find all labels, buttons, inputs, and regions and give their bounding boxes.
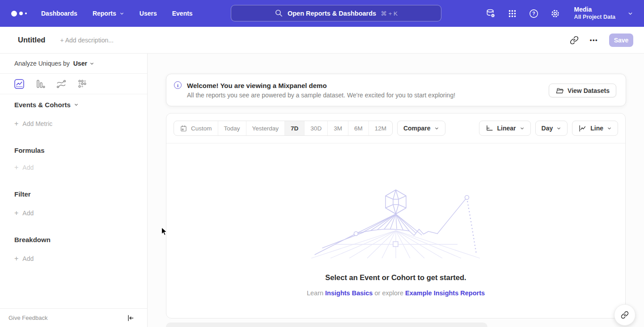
report-title[interactable]: Untitled (18, 36, 45, 44)
interval-dropdown[interactable]: Day (535, 121, 568, 136)
help-glyph: ? (532, 11, 535, 16)
tab-flow-chart[interactable] (56, 79, 66, 89)
date-range-3m[interactable]: 3M (327, 121, 348, 135)
linear-scale-icon (485, 124, 494, 133)
tab-metrics[interactable] (77, 79, 87, 89)
chevron-down-icon (89, 61, 94, 66)
date-range-custom[interactable]: Custom (174, 121, 218, 135)
analyze-label: Analyze Uniques by (14, 60, 70, 67)
chevron-down-icon (556, 126, 561, 131)
date-range-30d[interactable]: 30D (304, 121, 327, 135)
view-datasets-button[interactable]: View Datasets (549, 84, 616, 97)
search-icon (275, 9, 283, 17)
chart-type-dropdown[interactable]: Line (572, 121, 618, 136)
filter-section-title: Filter (14, 190, 147, 198)
project-switcher[interactable]: Media All Project Data (574, 6, 615, 21)
chevron-down-icon[interactable] (627, 11, 633, 17)
add-description-field[interactable]: + Add description... (60, 37, 113, 44)
empty-state-title: Select an Event or Cohort to get started… (166, 273, 625, 282)
date-range-label: Custom (191, 125, 212, 132)
analyze-value: User (73, 60, 87, 67)
add-filter-button[interactable]: + Add (14, 209, 147, 217)
line-chart-icon (578, 124, 587, 133)
chart-type-label: Line (590, 125, 603, 132)
date-range-12m[interactable]: 12M (369, 121, 392, 135)
query-builder-sidebar: Analyze Uniques by User Events & Cohorts… (0, 54, 148, 327)
settings-gear-icon[interactable] (550, 8, 560, 19)
learn-text: Learn (307, 289, 323, 297)
analyze-row: Analyze Uniques by User (0, 54, 147, 74)
nav-item-events[interactable]: Events (172, 10, 193, 17)
share-link-fab[interactable] (614, 304, 636, 326)
top-nav-right: ? Media All Project Data (486, 0, 633, 27)
top-nav-bar: Dashboards Reports Users Events Open Rep… (0, 0, 644, 27)
insights-chart-card: Custom Today Yesterday 7D 30D 3M 6M 12M … (166, 113, 626, 319)
scale-dropdown[interactable]: Linear (479, 121, 531, 136)
compare-button[interactable]: Compare (397, 121, 445, 136)
visualization-tabs (0, 74, 147, 94)
analyze-by-dropdown[interactable]: User (73, 60, 94, 67)
help-icon[interactable]: ? (529, 8, 539, 19)
events-cohorts-label: Events & Cohorts (14, 101, 71, 109)
project-scope: All Project Data (574, 14, 615, 21)
overflow-menu-button[interactable]: ••• (590, 37, 598, 43)
global-search-button[interactable]: Open Reports & Dashboards ⌘ + K (231, 5, 441, 21)
nav-item-label: Users (140, 10, 157, 17)
empty-state-links: Learn Insights Basics or explore Example… (166, 289, 625, 297)
calendar-icon (180, 125, 187, 132)
plus-icon: + (14, 209, 18, 217)
copy-link-icon[interactable] (570, 36, 579, 45)
give-feedback-link[interactable]: Give Feedback (8, 314, 47, 321)
chevron-down-icon (434, 126, 439, 131)
add-metric-button[interactable]: + Add Metric (14, 120, 147, 128)
nav-item-users[interactable]: Users (140, 10, 157, 17)
mixpanel-logo[interactable] (11, 11, 27, 17)
chevron-down-icon (119, 11, 124, 16)
main-content: i Welcome! You are viewing a Mixpanel de… (148, 54, 644, 327)
report-header: Untitled + Add description... ••• Save (0, 27, 644, 54)
apps-grid-icon[interactable] (507, 8, 517, 19)
interval-label: Day (542, 125, 553, 132)
view-datasets-label: View Datasets (568, 87, 610, 94)
add-filter-label: Add (22, 210, 34, 217)
plus-icon: + (14, 120, 18, 128)
example-reports-link[interactable]: Example Insights Reports (405, 289, 485, 297)
date-range-yesterday[interactable]: Yesterday (246, 121, 285, 135)
link-icon (621, 311, 629, 319)
banner-text: Welcome! You are viewing a Mixpanel demo… (187, 82, 455, 99)
add-formula-label: Add (22, 164, 34, 171)
plus-icon: + (14, 255, 18, 263)
search-shortcut: ⌘ + K (381, 10, 398, 17)
nav-item-label: Reports (93, 10, 116, 17)
date-range-today[interactable]: Today (218, 121, 246, 135)
events-cohorts-section[interactable]: Events & Cohorts (14, 101, 147, 109)
nav-item-reports[interactable]: Reports (93, 10, 124, 17)
demo-welcome-banner: i Welcome! You are viewing a Mixpanel de… (166, 74, 626, 106)
add-breakdown-label: Add (22, 255, 34, 262)
date-range-6m[interactable]: 6M (348, 121, 369, 135)
project-name: Media (574, 6, 615, 14)
save-button[interactable]: Save (609, 34, 633, 47)
nav-item-label: Events (172, 10, 193, 17)
formulas-section-title: Formulas (14, 147, 147, 154)
compare-label: Compare (403, 125, 431, 132)
main-nav: Dashboards Reports Users Events (41, 10, 193, 17)
data-management-icon[interactable] (486, 8, 496, 19)
chevron-down-icon (520, 126, 525, 131)
nav-item-dashboards[interactable]: Dashboards (41, 10, 77, 17)
tab-bar-chart[interactable] (35, 79, 45, 89)
collapse-sidebar-icon[interactable] (127, 314, 135, 322)
add-breakdown-button[interactable]: + Add (14, 255, 147, 263)
chart-controls: Custom Today Yesterday 7D 30D 3M 6M 12M … (166, 113, 625, 136)
banner-subtitle: All the reports you see are powered by a… (187, 92, 455, 99)
connector-text: or explore (374, 289, 403, 297)
chevron-down-icon (74, 102, 79, 107)
date-range-7d[interactable]: 7D (284, 121, 304, 135)
sidebar-footer: Give Feedback (0, 308, 147, 327)
tab-line-chart[interactable] (14, 79, 24, 89)
add-formula-button[interactable]: + Add (14, 164, 147, 172)
date-range-picker: Custom Today Yesterday 7D 30D 3M 6M 12M (174, 121, 393, 136)
insights-basics-link[interactable]: Insights Basics (325, 289, 373, 297)
plus-icon: + (14, 164, 18, 172)
breakdown-section-title: Breakdown (14, 236, 147, 243)
